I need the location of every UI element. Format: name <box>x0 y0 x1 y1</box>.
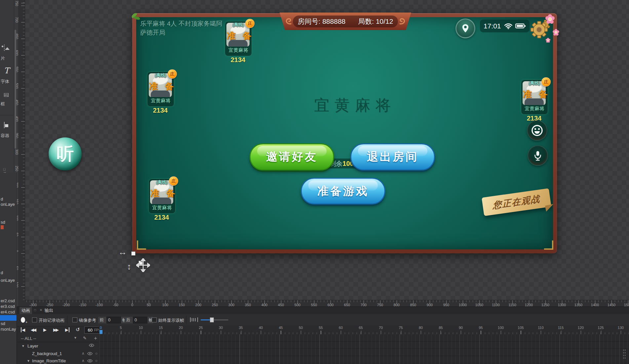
tab-window-controls[interactable]: □ ✕ <box>34 308 44 312</box>
blossom-icon <box>555 31 557 34</box>
vertical-resize-icon[interactable]: ↕ <box>127 262 131 272</box>
record-animation-checkbox[interactable] <box>32 317 37 322</box>
caret-down-icon[interactable]: ▼ <box>21 344 25 348</box>
room-rules-line1: 乐平麻将 4人 不封顶家务噶阿 <box>140 19 222 28</box>
file-tree-item-selected[interactable] <box>0 315 17 321</box>
smiley-icon <box>531 124 544 137</box>
solo-circle-icon[interactable]: ○ <box>95 351 98 356</box>
keyframe-icon[interactable] <box>21 317 25 323</box>
player-score: 2134 <box>225 56 251 64</box>
timeline-grid[interactable] <box>99 334 629 364</box>
loop-button[interactable]: ↺ <box>76 327 80 333</box>
mirror-reference-label: 镜像参考 <box>79 317 96 323</box>
emoji-button[interactable] <box>527 120 547 141</box>
always-show-frame-label: 始终显示该帧 <box>158 317 184 323</box>
caret-down-icon[interactable]: ▼ <box>27 359 30 363</box>
timeline-playhead[interactable] <box>99 330 102 334</box>
toolbox-panel: 片 T 字体 ab{ 框 容器 □ ✕ <box>0 0 14 173</box>
player-seat-right[interactable]: (离线) 准备 宜黄麻将 庄 2134 <box>521 80 547 120</box>
player-name: 宜黄麻将 <box>147 98 174 104</box>
invite-friends-button[interactable]: 邀请好友 <box>250 143 334 170</box>
visibility-eye-icon[interactable] <box>87 352 93 355</box>
container-icon <box>4 122 13 129</box>
toolbox-item-label: 容器 <box>1 133 9 139</box>
file-tree-item[interactable]: onLaye <box>1 202 15 207</box>
horizontal-resize-icon[interactable]: ↔ <box>118 247 127 257</box>
swirl-ornament-icon <box>284 17 294 26</box>
fps-value[interactable]: 60 <box>88 328 93 333</box>
file-tree-item-modified[interactable] <box>1 225 4 229</box>
layer-name: Layer <box>27 344 38 348</box>
file-tree-item[interactable]: rsonLay <box>1 327 16 332</box>
vertical-ruler: 7507006506005505004504003503002502001501… <box>18 0 25 307</box>
frames-before-input[interactable]: 0 <box>106 317 121 323</box>
file-tree-item[interactable]: sd <box>1 220 5 225</box>
panel-resize-grip[interactable] <box>623 349 626 360</box>
frames-after-field[interactable]: 后 0 帧 <box>125 317 153 323</box>
solo-circle-icon[interactable]: ○ <box>95 358 98 363</box>
transform-handle[interactable] <box>131 251 136 256</box>
animation-controls-row: 开始记录动画 镜像参考 前 0 帧 后 0 帧 始终显示该帧 <box>17 314 629 326</box>
player-name: 宜黄麻将 <box>149 205 175 211</box>
frames-before-field[interactable]: 前 0 帧 <box>98 317 127 323</box>
player-seat-top[interactable]: (离线) 准备 宜黄麻将 庄 2134 <box>225 21 251 61</box>
visibility-eye-icon[interactable] <box>87 359 93 363</box>
file-tree-item[interactable]: er2.csd <box>1 298 15 303</box>
input-box-icon: ab{ <box>4 91 13 98</box>
first-frame-button[interactable]: ◀ <box>21 327 25 332</box>
room-rules-line2: 萨德开局 <box>140 28 222 37</box>
ready-button[interactable]: 准备游戏 <box>301 178 385 204</box>
edit-animation-icon[interactable]: ✎ <box>83 336 87 341</box>
prev-frame-button[interactable]: ◀◀ <box>31 327 35 332</box>
visibility-eye-icon[interactable] <box>89 344 94 347</box>
animation-filter-dropdown[interactable]: -- ALL -- <box>21 336 36 341</box>
tab-output[interactable]: 输出 <box>43 307 55 314</box>
collapse-icon[interactable]: ∧ <box>82 351 85 356</box>
onion-skin-icon[interactable] <box>190 317 198 322</box>
add-animation-icon[interactable]: ＋ <box>93 335 98 342</box>
swirl-ornament-icon <box>397 17 407 26</box>
player-score: 2134 <box>147 107 174 114</box>
toolbox-item-label: 字体 <box>1 79 9 85</box>
voice-button[interactable] <box>528 145 548 166</box>
move-cross-icon[interactable] <box>136 258 150 272</box>
player-seat-left[interactable]: (离线) 准备 宜黄麻将 庄 2134 <box>147 72 174 112</box>
file-tree-item[interactable]: d <box>1 270 3 275</box>
file-tree-item[interactable]: er3.csd <box>1 304 15 309</box>
exit-room-button[interactable]: 退出房间 <box>350 143 435 170</box>
ready-stamp: 准备 <box>150 188 182 199</box>
gold-corner-right <box>544 240 553 250</box>
player-name: 宜黄麻将 <box>521 106 548 112</box>
room-number-label: 房间号: 888888 <box>298 17 346 26</box>
play-button[interactable]: ▶ <box>43 327 47 332</box>
location-button[interactable] <box>455 18 475 38</box>
last-frame-button[interactable]: ▶ <box>65 327 69 332</box>
file-tree-item[interactable]: d <box>1 197 3 201</box>
table-watermark: 宜黄麻将 <box>314 95 396 116</box>
blossom-icon <box>547 39 549 41</box>
player-seat-bottom-left[interactable]: (离线) 准备 宜黄麻将 庄 2134 <box>148 179 175 219</box>
layer-row-root[interactable]: ▼ Layer <box>17 343 99 350</box>
mirror-reference-checkbox[interactable] <box>72 317 77 322</box>
status-bar: 17:01 <box>480 19 530 32</box>
toolbox-scrollbar[interactable] <box>15 30 16 149</box>
chevron-down-icon[interactable]: ▼ <box>74 336 77 340</box>
next-frame-button[interactable]: ▶▶ <box>53 327 58 332</box>
tab-animation[interactable]: 动画 <box>20 307 32 314</box>
collapse-icon[interactable]: ∧ <box>82 358 85 363</box>
layer-row-roomtitle[interactable]: ▼ Image_RoomTitle ∧ ○ <box>17 357 99 364</box>
dealer-badge: 庄 <box>168 69 177 79</box>
frames-after-input[interactable]: 0 <box>133 317 147 323</box>
zoom-slider[interactable] <box>201 319 228 320</box>
microphone-icon <box>532 150 543 162</box>
ting-button[interactable]: 听 <box>49 137 82 170</box>
timeline-ruler[interactable]: 0510152025303540455055606570758085909510… <box>99 325 629 334</box>
always-show-frame-checkbox[interactable] <box>152 317 157 322</box>
toolbox-item-label: 片 <box>1 55 5 61</box>
zoom-slider-thumb[interactable] <box>210 317 214 322</box>
layer-row-background[interactable]: Z_backgroud_1 ∧ ○ <box>17 350 99 357</box>
file-tree-item[interactable]: onLaye <box>1 278 15 283</box>
ready-stamp: 准备 <box>523 89 555 100</box>
file-tree-item[interactable]: er4.csd <box>1 309 15 314</box>
file-tree-item[interactable]: sd <box>1 321 5 326</box>
